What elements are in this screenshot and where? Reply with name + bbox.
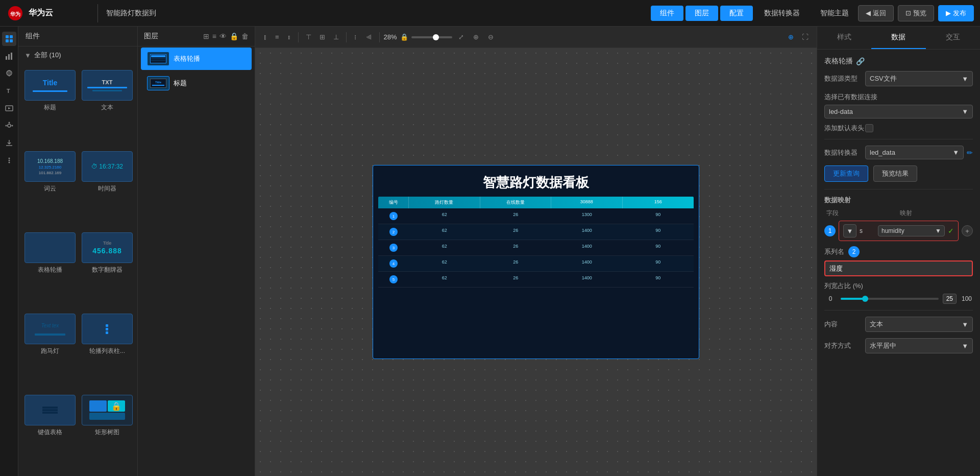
layer-list-icon[interactable]: ≡ [212,32,216,40]
component-grid: Title 标题 TXT 文本 [18,64,137,476]
layer-name-table: 表格轮播 [174,54,200,63]
divider-1 [824,139,973,139]
component-item-carousel[interactable]: 轮播列表柱... [82,314,133,389]
tab-interact[interactable]: 交互 [926,27,980,49]
layer-delete-icon[interactable]: 🗑 [241,32,249,40]
datasource-type-select[interactable]: CSV文件 ▼ [865,71,973,86]
col-width-label: 列宽占比 (%) [824,281,973,291]
mapping-select[interactable]: humidity ▼ [878,225,945,236]
sidebar-icon-network[interactable] [2,118,16,133]
zoom-value: 28% [384,33,397,41]
layer-item-title[interactable]: Title 标题 [141,72,252,94]
toolbar-align-bottom[interactable]: ⊥ [330,31,342,43]
preview-result-button[interactable]: 预览结果 [873,165,917,182]
component-item-kvtable[interactable]: 键值表格 [24,395,76,470]
publish-button[interactable]: ▶ 发布 [938,5,974,21]
layer-visible-icon[interactable]: 👁 [219,32,227,40]
all-count-label: 全部 (10) [34,51,61,60]
tab-style[interactable]: 样式 [817,27,871,49]
zoom-thumb [433,34,439,40]
transformer-label: 数据转换器 [824,148,865,157]
data-link-icon[interactable]: 🔗 [856,57,865,65]
series-name-step-2: 2 [848,246,860,257]
data-panel-title: 表格轮播 🔗 [824,57,973,66]
sidebar-icon-chart[interactable] [2,49,16,63]
svg-point-15 [8,124,11,127]
refresh-query-button[interactable]: 更新查询 [824,165,868,182]
tab-layers[interactable]: 图层 [685,6,718,21]
sidebar-icon-download[interactable] [2,136,16,150]
table-row-3: 4 62 26 1400 90 [378,256,694,272]
sidebar-icon-components[interactable] [2,32,16,46]
svg-rect-3 [10,35,13,38]
tab-components[interactable]: 组件 [651,6,683,21]
layer-item-table[interactable]: 表格轮播 [141,47,252,70]
component-item-rectree[interactable]: 🔒 矩形树图 [82,395,133,470]
layer-grid-icon[interactable]: ⊞ [203,32,209,40]
component-item-wordcloud[interactable]: 10.168.188 12.325.2160 101.882.169 词云 [24,151,76,226]
mapping-expand-btn[interactable]: ▼ [843,224,856,237]
sidebar-icon-text[interactable]: T [2,84,16,98]
col-width-max-val: 100 [961,295,973,302]
zoom-out-icon[interactable]: ⊖ [485,31,497,43]
mapping-confirm-icon[interactable]: ✓ [948,227,954,235]
toolbar-fullscreen-icon[interactable]: ⛶ [799,31,812,43]
toolbar-align-right[interactable]: ⫾ [284,31,294,43]
table-row-1: 2 62 26 1400 90 [378,224,694,240]
content-select[interactable]: 文本 ▼ [865,317,973,332]
layer-lock-icon[interactable]: 🔒 [230,32,238,40]
tab-transformer[interactable]: 数据转换器 [755,6,809,21]
transformer-chevron-icon: ▼ [952,149,959,156]
zoom-in-icon[interactable]: ⊕ [470,31,482,43]
component-item-marquee[interactable]: Text tex 跑马灯 [24,314,76,389]
canvas-content[interactable]: 智慧路灯数据看板 编号 路灯数量 在线数量 30888 156 1 62 26 … [255,48,817,476]
component-item-flipnum[interactable]: Title 456.888 数字翻牌器 [82,232,133,307]
row-3-col3: 1400 [551,256,623,271]
toolbar-align-top[interactable]: ⊤ [303,31,314,43]
zoom-slider[interactable] [411,36,452,38]
toolbar-distribute-h[interactable]: ⫶ [351,31,360,43]
mapping-add-button[interactable]: + [962,225,973,236]
tab-theme[interactable]: 智能主题 [811,6,858,21]
toolbar-sep-3 [379,32,380,42]
sidebar-icon-bar: T [0,27,18,476]
sidebar-icon-map[interactable] [2,66,16,81]
component-item-text[interactable]: TXT 文本 [82,70,133,145]
layer-panel-header: 图层 ⊞ ≡ 👁 🔒 🗑 [138,27,255,46]
col-width-section: 列宽占比 (%) 0 25 100 [824,281,973,304]
preview-button[interactable]: ⊡ 预览 [898,5,934,21]
col-width-min-val: 0 [824,295,837,302]
divider-3 [824,310,973,311]
slider-fill [841,298,865,300]
toolbar-align-left[interactable]: ⫿ [260,31,270,43]
component-item-title[interactable]: Title 标题 [24,70,76,145]
add-default-header-label: 添加默认表头 [824,124,865,133]
align-select[interactable]: 水平居中 ▼ [865,338,973,353]
component-item-table[interactable]: 表格轮播 [24,232,76,307]
transformer-select[interactable]: led_data ▼ [865,146,964,159]
component-item-clock[interactable]: ⏱ 16:37:32 时间器 [82,151,133,226]
toolbar-align-center-h[interactable]: ≡ [272,31,282,43]
zoom-lock-icon[interactable]: 🔒 [400,33,408,41]
zoom-fit-icon[interactable]: ⤢ [455,31,467,43]
left-sidebar: T [0,27,138,476]
component-label-rectree: 矩形树图 [95,428,119,437]
add-default-header-checkbox[interactable] [865,124,873,132]
canvas-area: ⫿ ≡ ⫾ ⊤ ⊞ ⊥ ⫶ ⫷ 28% 🔒 ⤢ ⊕ ⊖ ⊕ ⛶ [255,27,817,476]
transformer-edit-icon[interactable]: ✏ [967,149,973,157]
component-thumb-clock: ⏱ 16:37:32 [82,151,133,182]
tab-config[interactable]: 配置 [720,6,753,21]
toolbar-distribute-v[interactable]: ⫷ [362,31,375,43]
table-row-4: 5 62 26 1400 90 [378,272,694,288]
series-name-input[interactable] [824,260,973,276]
svg-text:T: T [7,88,10,94]
toolbar-align-middle-v[interactable]: ⊞ [316,31,328,43]
tab-data[interactable]: 数据 [871,27,925,49]
toolbar-add-icon[interactable]: ⊕ [785,31,797,43]
col-width-slider[interactable] [841,298,939,300]
sidebar-icon-more[interactable] [2,153,16,168]
back-button[interactable]: ◀ 返回 [858,5,894,21]
sidebar-icon-media[interactable] [2,101,16,115]
existing-connection-select[interactable]: led-data ▼ [824,105,973,118]
expand-chevron-icon: ▼ [847,227,853,235]
